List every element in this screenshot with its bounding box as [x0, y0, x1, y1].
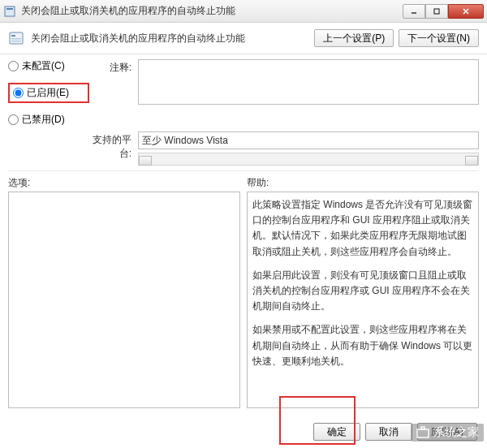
watermark-text: 系统之家	[433, 425, 479, 440]
svg-rect-3	[434, 9, 439, 14]
options-column: 选项:	[8, 176, 240, 408]
radio-disabled[interactable]: 已禁用(D)	[8, 113, 89, 127]
radio-disabled-label: 已禁用(D)	[22, 113, 65, 127]
svg-rect-0	[5, 6, 15, 16]
platform-value: 至少 Windows Vista	[138, 131, 479, 149]
lower-area: 选项: 帮助: 此策略设置指定 Windows 是否允许没有可见顶级窗口的控制台…	[0, 173, 487, 408]
svg-rect-1	[6, 8, 13, 10]
comment-textarea[interactable]	[138, 59, 479, 105]
radio-disabled-input[interactable]	[8, 114, 19, 125]
options-label: 选项:	[8, 176, 240, 190]
platform-scrollbar[interactable]	[138, 153, 479, 166]
help-column: 帮助: 此策略设置指定 Windows 是否允许没有可见顶级窗口的控制台应用程序…	[247, 176, 479, 408]
svg-rect-11	[421, 427, 425, 429]
close-button[interactable]	[448, 4, 484, 19]
help-paragraph: 如果禁用或不配置此设置，则这些应用程序将在关机期间自动终止，从而有助于确保 Wi…	[252, 322, 473, 369]
config-area: 未配置(C) 已启用(E) 已禁用(D) 注释: 支持的平台: 至少 Windo…	[0, 54, 487, 166]
minimize-button[interactable]	[403, 4, 425, 19]
svg-rect-7	[11, 35, 15, 37]
window-controls	[403, 4, 484, 19]
radio-not-configured-label: 未配置(C)	[22, 59, 65, 73]
svg-rect-10	[417, 429, 429, 437]
radio-column: 未配置(C) 已启用(E) 已禁用(D)	[8, 59, 89, 127]
app-icon	[3, 5, 16, 18]
svg-rect-8	[11, 38, 21, 40]
header-title: 关闭会阻止或取消关机的应用程序的自动终止功能	[31, 32, 309, 45]
help-paragraph: 此策略设置指定 Windows 是否允许没有可见顶级窗口的控制台应用程序和 GU…	[252, 197, 473, 260]
radio-enabled-label: 已启用(E)	[27, 86, 69, 100]
policy-icon	[8, 30, 24, 46]
cancel-button[interactable]: 取消	[365, 423, 412, 441]
help-paragraph: 如果启用此设置，则没有可见顶级窗口且阻止或取消关机的控制台应用程序或 GUI 应…	[252, 268, 473, 315]
previous-setting-button[interactable]: 上一个设置(P)	[314, 29, 394, 47]
titlebar-title: 关闭会阻止或取消关机的应用程序的自动终止功能	[21, 4, 403, 18]
watermark: 系统之家	[411, 424, 484, 442]
header-row: 关闭会阻止或取消关机的应用程序的自动终止功能 上一个设置(P) 下一个设置(N)	[0, 23, 487, 54]
radio-enabled[interactable]: 已启用(E)	[13, 86, 69, 100]
titlebar: 关闭会阻止或取消关机的应用程序的自动终止功能	[0, 0, 487, 23]
enabled-highlight: 已启用(E)	[8, 83, 89, 103]
help-box[interactable]: 此策略设置指定 Windows 是否允许没有可见顶级窗口的控制台应用程序和 GU…	[247, 192, 479, 408]
next-setting-button[interactable]: 下一个设置(N)	[399, 29, 479, 47]
options-box[interactable]	[8, 192, 240, 408]
ok-button[interactable]: 确定	[313, 423, 360, 441]
svg-rect-9	[11, 41, 21, 42]
maximize-button[interactable]	[425, 4, 448, 19]
radio-not-configured-input[interactable]	[8, 61, 19, 71]
help-label: 帮助:	[247, 176, 479, 190]
comment-label: 注释:	[89, 59, 138, 75]
separator	[8, 170, 479, 171]
radio-enabled-input[interactable]	[13, 88, 24, 98]
radio-not-configured[interactable]: 未配置(C)	[8, 59, 89, 73]
watermark-icon	[416, 425, 430, 440]
platform-label: 支持的平台:	[89, 131, 138, 161]
